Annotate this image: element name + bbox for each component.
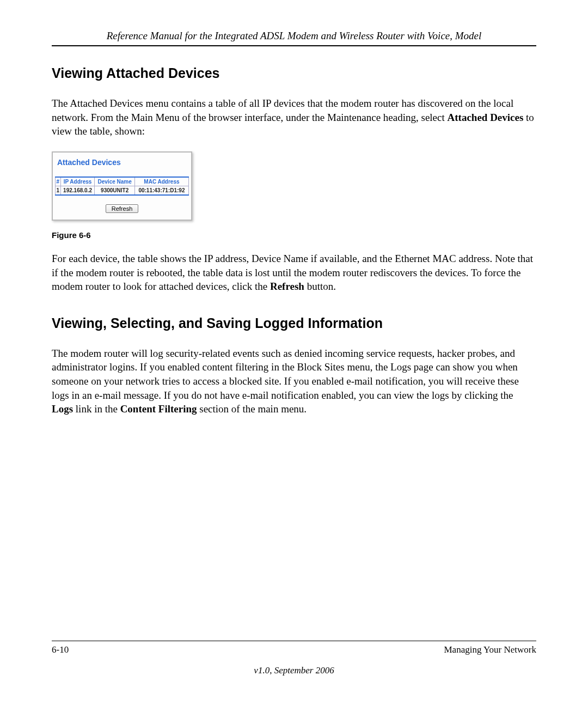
para2-bold: Refresh [270, 281, 304, 292]
col-num: # [56, 177, 61, 186]
footer: 6-10 Managing Your Network v1.0, Septemb… [52, 641, 536, 676]
section1-para1-text1: The Attached Devices menu contains a tab… [52, 98, 513, 123]
panel-title: Attached Devices [55, 158, 189, 167]
col-mac: MAC Address [134, 177, 188, 186]
refresh-row: Refresh [55, 203, 189, 213]
section2-para: The modem router will log security-relat… [52, 346, 536, 416]
section2-text1: The modem router will log security-relat… [52, 348, 519, 401]
footer-rule [52, 641, 536, 641]
section2-bold1: Logs [52, 403, 73, 415]
table-header-row: # IP Address Device Name MAC Address [56, 177, 189, 186]
refresh-button[interactable]: Refresh [106, 204, 139, 213]
section1-para1: The Attached Devices menu contains a tab… [52, 96, 536, 138]
attached-devices-panel: Attached Devices # IP Address Device Nam… [52, 151, 192, 221]
col-name: Device Name [95, 177, 134, 186]
footer-section: Managing Your Network [444, 644, 536, 655]
col-ip: IP Address [60, 177, 95, 186]
cell-ip: 192.168.0.2 [60, 186, 95, 195]
cell-num: 1 [56, 186, 61, 195]
section1-heading: Viewing Attached Devices [52, 65, 536, 81]
section2-bold2: Content Filtering [120, 403, 197, 415]
figure-caption: Figure 6-6 [52, 230, 536, 240]
section2-text2: section of the main menu. [197, 403, 307, 415]
header-title: Reference Manual for the Integrated ADSL… [52, 30, 536, 42]
cell-name: 9300UNIT2 [95, 186, 134, 195]
section1-para1-bold: Attached Devices [448, 112, 524, 123]
para2: For each device, the table shows the IP … [52, 252, 536, 294]
header-rule [52, 45, 536, 46]
footer-version: v1.0, September 2006 [52, 665, 536, 676]
table-row: 1 192.168.0.2 9300UNIT2 00:11:43:71:D1:9… [56, 186, 189, 195]
devices-table: # IP Address Device Name MAC Address 1 1… [55, 176, 189, 196]
para2-text2: button. [304, 281, 336, 292]
section2-mid: link in the [73, 403, 120, 415]
cell-mac: 00:11:43:71:D1:92 [134, 186, 188, 195]
section2-heading: Viewing, Selecting, and Saving Logged In… [52, 315, 536, 331]
footer-row: 6-10 Managing Your Network [52, 644, 536, 655]
footer-page: 6-10 [52, 644, 69, 655]
